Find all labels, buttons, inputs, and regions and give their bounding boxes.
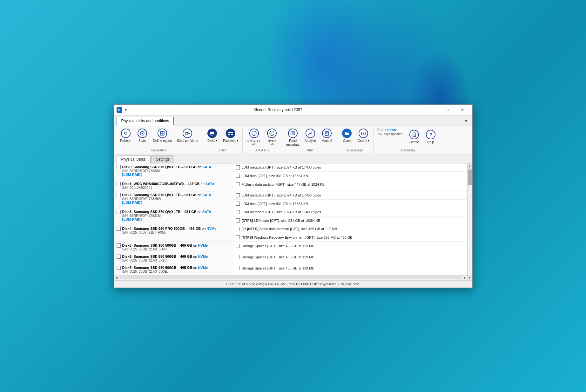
vscroll-down-arrow[interactable]: ▼ xyxy=(468,275,472,280)
partition-checkbox[interactable] xyxy=(236,202,240,206)
analyze-icon xyxy=(305,128,315,138)
disk6-partitions: Storage Spaces [GPT], size 465 GB at 129… xyxy=(233,253,467,264)
disk1-checkbox[interactable] xyxy=(117,182,121,186)
disk3-checkbox[interactable] xyxy=(117,210,121,214)
partitions-button[interactable]: Partitions ▾ xyxy=(221,127,240,144)
disk-image-items: Open Create ▾ xyxy=(339,127,371,149)
partition-checkbox[interactable] xyxy=(236,218,240,223)
create-button[interactable]: Create ▾ xyxy=(355,127,371,144)
vscroll-up-arrow[interactable]: ▲ xyxy=(468,163,472,169)
partition-item: [NTFS] Windows Recovery Environment [GPT… xyxy=(233,233,467,242)
tab-physical-disks[interactable]: Physical Disks xyxy=(117,155,151,163)
disk1-left: Disk1: WDC WDS480G2G0B-00EPW0 – 447 GB o… xyxy=(114,180,233,191)
disk-list-area: Disk0: Samsung SSD 870 QVO 1TB – 931 GB … xyxy=(114,163,472,280)
hscroll-right-arrow[interactable]: ▶ xyxy=(462,276,467,279)
svg-rect-11 xyxy=(228,134,230,135)
minimize-button[interactable]: — xyxy=(426,104,441,115)
vertical-scrollbar[interactable]: ▲ ▼ xyxy=(467,163,472,280)
disks-icon xyxy=(207,128,217,138)
titlebar-controls: — □ ✕ xyxy=(426,104,470,115)
disk4-checkbox[interactable] xyxy=(117,227,121,231)
nvme-info-button[interactable]: i NVMe Info xyxy=(264,127,280,148)
smart-info-button[interactable]: i S.M.A.R.T. Info xyxy=(245,127,263,148)
partition-checkbox[interactable] xyxy=(236,210,240,214)
disk4-left: Disk4: Samsung SSD 980 PRO 500GB – 465 G… xyxy=(114,225,233,242)
disk-row-disk1: Disk1: WDC WDS480G2G0B-00EPW0 – 447 GB o… xyxy=(114,180,467,191)
partitions-icon xyxy=(226,128,236,138)
partition-item: Storage Spaces [GPT], size 465 GB at 129… xyxy=(233,253,467,261)
disk4-partitions: C:\ [NTFS] Basic data partition [GPT], s… xyxy=(233,225,467,242)
partition-checkbox[interactable] xyxy=(236,182,240,186)
disk7-checkbox[interactable] xyxy=(117,266,121,270)
main-tabbar: Physical disks and partitions ▾ xyxy=(114,116,472,125)
partition-checkbox[interactable] xyxy=(236,235,240,239)
svg-point-1 xyxy=(142,133,143,134)
partition-item: Storage Spaces [GPT], size 465 GB at 129… xyxy=(233,264,467,272)
open-button[interactable]: Open xyxy=(339,127,355,144)
help-icon: ? xyxy=(426,130,436,140)
tabbar-chevron[interactable]: ▾ xyxy=(462,117,470,125)
main-content: Physical Disks Settings Disk0: Samsung S… xyxy=(114,153,472,288)
define-region-button[interactable]: Define region xyxy=(151,127,174,144)
refresh-button[interactable]: ↻ Refresh xyxy=(118,127,134,144)
read-metadata-button[interactable]: Read metadata xyxy=(284,127,302,148)
partition-checkbox[interactable] xyxy=(236,255,240,259)
manual-icon xyxy=(322,128,332,138)
vscroll-track[interactable] xyxy=(468,169,472,275)
disk-row-disk2: Disk2: Samsung SSD 870 QVO 1TB – 931 GB … xyxy=(114,191,467,208)
scan-icon xyxy=(137,128,147,138)
disk7-left: Disk7: Samsung SSD 980 500GB – 465 GB on… xyxy=(114,264,233,275)
disk1-partitions: F:\Basic data partition [GPT], size 447 … xyxy=(233,180,467,191)
create-icon xyxy=(358,128,368,138)
disk0-checkbox[interactable] xyxy=(117,165,121,169)
svg-text:i: i xyxy=(253,132,254,135)
partition-checkbox[interactable] xyxy=(236,244,240,248)
disk7-partitions: Storage Spaces [GPT], size 465 GB at 129… xyxy=(233,264,467,275)
partition-item: F:\Basic data partition [GPT], size 447 … xyxy=(233,180,467,189)
refresh-icon: ↻ xyxy=(121,128,131,138)
disk6-left: Disk6: Samsung SSD 980 500GB – 465 GB on… xyxy=(114,253,233,264)
tab-physical-disks-partitions[interactable]: Physical disks and partitions xyxy=(117,117,174,125)
partition-item: LDM data [GPT], size 931 GB at 16384 KB xyxy=(233,172,467,180)
disk-row-disk7: Disk7: Samsung SSD 980 500GB – 465 GB on… xyxy=(114,264,467,275)
partition-item: C:\ [NTFS] Basic data partition [GPT], s… xyxy=(233,225,467,233)
partition-item: LDM data [GPT], size 931 GB at 16384 KB xyxy=(233,200,467,208)
tab-settings[interactable]: Settings xyxy=(151,155,174,163)
maximize-button[interactable]: □ xyxy=(441,104,455,115)
manual-button[interactable]: Manual xyxy=(319,127,335,144)
days-updates-label: 257 days updates xyxy=(377,132,402,136)
analyze-button[interactable]: Analyze xyxy=(302,127,318,144)
partition-checkbox[interactable] xyxy=(236,165,240,169)
disk2-checkbox[interactable] xyxy=(117,193,121,197)
partition-item: LDM metadata [GPT], size 1024 KB at 1740… xyxy=(233,208,467,216)
disk5-checkbox[interactable] xyxy=(117,243,121,248)
help-button[interactable]: ? Help xyxy=(423,128,439,146)
partition-checkbox[interactable] xyxy=(236,266,240,270)
disk0-partitions: LDM metadata [GPT], size 1024 KB at 1740… xyxy=(233,163,467,180)
partition-checkbox[interactable] xyxy=(236,193,240,197)
close-button[interactable]: ✕ xyxy=(455,104,470,115)
ribbon-group-licensing: Full edition 257 days updates License xyxy=(374,127,442,153)
svg-rect-10 xyxy=(228,132,233,133)
partition-checkbox[interactable] xyxy=(236,174,240,178)
ribbon-group-raid: Read metadata Analyze xyxy=(282,127,337,153)
hscroll-track[interactable] xyxy=(119,276,462,279)
steal-partitions-button[interactable]: Steal partitions xyxy=(175,127,200,144)
license-icon xyxy=(409,130,419,140)
filesystem-items: ↻ Refresh Scan xyxy=(118,127,200,149)
partition-checkbox[interactable] xyxy=(236,227,240,231)
horizontal-scrollbar[interactable]: ◀ ▶ xyxy=(114,275,467,280)
disk-row-disk6: Disk6: Samsung SSD 980 500GB – 465 GB on… xyxy=(114,253,467,264)
disks-button[interactable]: Disks ▾ xyxy=(204,127,220,144)
license-button[interactable]: License xyxy=(406,128,422,146)
disk3-left: Disk3: Samsung SSD 870 QVO 1TB – 931 GB … xyxy=(114,208,233,225)
hscroll-left-arrow[interactable]: ◀ xyxy=(114,276,119,279)
scan-button[interactable]: Scan xyxy=(134,127,150,144)
disk2-left: Disk2: Samsung SSD 870 QVO 1TB – 931 GB … xyxy=(114,191,233,208)
disk6-checkbox[interactable] xyxy=(117,255,121,259)
vscroll-thumb[interactable] xyxy=(468,169,472,185)
disk3-partitions: LDM metadata [GPT], size 1024 KB at 1740… xyxy=(233,208,467,225)
svg-rect-5 xyxy=(185,132,188,134)
nvme-info-icon: i xyxy=(267,128,277,138)
ribbon-group-filter: Disks ▾ Partitions ▾ xyxy=(202,127,243,153)
